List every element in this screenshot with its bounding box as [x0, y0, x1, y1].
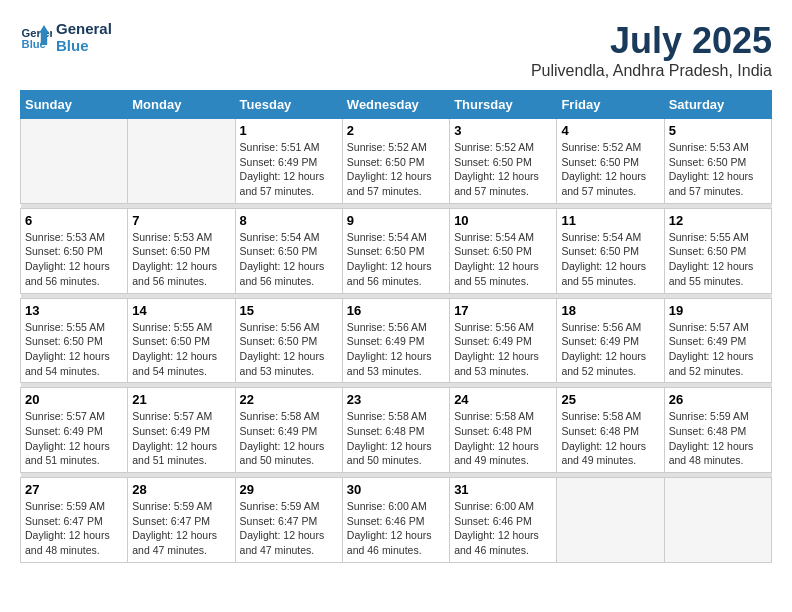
day-info: Sunrise: 5:56 AMSunset: 6:50 PMDaylight:… [240, 320, 338, 379]
calendar-day-cell: 8Sunrise: 5:54 AMSunset: 6:50 PMDaylight… [235, 208, 342, 293]
day-number: 22 [240, 392, 338, 407]
day-info: Sunrise: 5:58 AMSunset: 6:48 PMDaylight:… [454, 409, 552, 468]
day-number: 7 [132, 213, 230, 228]
calendar-day-cell: 13Sunrise: 5:55 AMSunset: 6:50 PMDayligh… [21, 298, 128, 383]
day-number: 17 [454, 303, 552, 318]
day-number: 20 [25, 392, 123, 407]
day-info: Sunrise: 5:56 AMSunset: 6:49 PMDaylight:… [561, 320, 659, 379]
calendar-day-cell: 9Sunrise: 5:54 AMSunset: 6:50 PMDaylight… [342, 208, 449, 293]
calendar-day-cell: 17Sunrise: 5:56 AMSunset: 6:49 PMDayligh… [450, 298, 557, 383]
calendar-day-cell: 15Sunrise: 5:56 AMSunset: 6:50 PMDayligh… [235, 298, 342, 383]
day-info: Sunrise: 5:52 AMSunset: 6:50 PMDaylight:… [347, 140, 445, 199]
calendar-day-cell: 11Sunrise: 5:54 AMSunset: 6:50 PMDayligh… [557, 208, 664, 293]
day-number: 25 [561, 392, 659, 407]
day-of-week-header: Sunday [21, 91, 128, 119]
day-of-week-header: Tuesday [235, 91, 342, 119]
calendar-day-cell: 29Sunrise: 5:59 AMSunset: 6:47 PMDayligh… [235, 478, 342, 563]
day-number: 31 [454, 482, 552, 497]
day-number: 10 [454, 213, 552, 228]
header: General Blue General Blue July 2025 Puli… [20, 20, 772, 80]
calendar-day-cell [664, 478, 771, 563]
day-number: 26 [669, 392, 767, 407]
day-info: Sunrise: 5:53 AMSunset: 6:50 PMDaylight:… [132, 230, 230, 289]
month-year-title: July 2025 [531, 20, 772, 62]
day-info: Sunrise: 5:52 AMSunset: 6:50 PMDaylight:… [454, 140, 552, 199]
calendar-week-row: 1Sunrise: 5:51 AMSunset: 6:49 PMDaylight… [21, 119, 772, 204]
calendar-day-cell [21, 119, 128, 204]
day-number: 30 [347, 482, 445, 497]
day-number: 1 [240, 123, 338, 138]
calendar-day-cell: 2Sunrise: 5:52 AMSunset: 6:50 PMDaylight… [342, 119, 449, 204]
day-number: 11 [561, 213, 659, 228]
day-info: Sunrise: 5:51 AMSunset: 6:49 PMDaylight:… [240, 140, 338, 199]
calendar-week-row: 13Sunrise: 5:55 AMSunset: 6:50 PMDayligh… [21, 298, 772, 383]
calendar-day-cell: 19Sunrise: 5:57 AMSunset: 6:49 PMDayligh… [664, 298, 771, 383]
day-number: 21 [132, 392, 230, 407]
day-number: 12 [669, 213, 767, 228]
day-info: Sunrise: 5:54 AMSunset: 6:50 PMDaylight:… [240, 230, 338, 289]
calendar-day-cell: 24Sunrise: 5:58 AMSunset: 6:48 PMDayligh… [450, 388, 557, 473]
logo-general: General [56, 20, 112, 37]
day-info: Sunrise: 5:53 AMSunset: 6:50 PMDaylight:… [669, 140, 767, 199]
calendar-day-cell: 23Sunrise: 5:58 AMSunset: 6:48 PMDayligh… [342, 388, 449, 473]
calendar-day-cell: 31Sunrise: 6:00 AMSunset: 6:46 PMDayligh… [450, 478, 557, 563]
calendar-day-cell: 5Sunrise: 5:53 AMSunset: 6:50 PMDaylight… [664, 119, 771, 204]
calendar-day-cell: 7Sunrise: 5:53 AMSunset: 6:50 PMDaylight… [128, 208, 235, 293]
day-info: Sunrise: 5:57 AMSunset: 6:49 PMDaylight:… [25, 409, 123, 468]
location-subtitle: Pulivendla, Andhra Pradesh, India [531, 62, 772, 80]
day-number: 4 [561, 123, 659, 138]
day-of-week-header: Saturday [664, 91, 771, 119]
day-of-week-header: Friday [557, 91, 664, 119]
day-number: 3 [454, 123, 552, 138]
calendar-day-cell: 3Sunrise: 5:52 AMSunset: 6:50 PMDaylight… [450, 119, 557, 204]
calendar-day-cell: 1Sunrise: 5:51 AMSunset: 6:49 PMDaylight… [235, 119, 342, 204]
day-number: 2 [347, 123, 445, 138]
calendar-day-cell: 16Sunrise: 5:56 AMSunset: 6:49 PMDayligh… [342, 298, 449, 383]
calendar-day-cell: 28Sunrise: 5:59 AMSunset: 6:47 PMDayligh… [128, 478, 235, 563]
calendar-day-cell [128, 119, 235, 204]
day-of-week-header: Monday [128, 91, 235, 119]
day-number: 13 [25, 303, 123, 318]
day-number: 5 [669, 123, 767, 138]
day-number: 28 [132, 482, 230, 497]
day-info: Sunrise: 5:57 AMSunset: 6:49 PMDaylight:… [132, 409, 230, 468]
day-number: 6 [25, 213, 123, 228]
day-number: 23 [347, 392, 445, 407]
day-info: Sunrise: 5:53 AMSunset: 6:50 PMDaylight:… [25, 230, 123, 289]
day-info: Sunrise: 5:59 AMSunset: 6:48 PMDaylight:… [669, 409, 767, 468]
day-info: Sunrise: 5:59 AMSunset: 6:47 PMDaylight:… [132, 499, 230, 558]
logo-blue: Blue [56, 37, 112, 54]
day-info: Sunrise: 5:55 AMSunset: 6:50 PMDaylight:… [25, 320, 123, 379]
day-number: 16 [347, 303, 445, 318]
day-info: Sunrise: 5:59 AMSunset: 6:47 PMDaylight:… [240, 499, 338, 558]
logo-icon: General Blue [20, 21, 52, 53]
calendar-day-cell: 22Sunrise: 5:58 AMSunset: 6:49 PMDayligh… [235, 388, 342, 473]
calendar-day-cell: 27Sunrise: 5:59 AMSunset: 6:47 PMDayligh… [21, 478, 128, 563]
day-info: Sunrise: 5:59 AMSunset: 6:47 PMDaylight:… [25, 499, 123, 558]
day-number: 14 [132, 303, 230, 318]
day-info: Sunrise: 5:54 AMSunset: 6:50 PMDaylight:… [347, 230, 445, 289]
day-info: Sunrise: 5:57 AMSunset: 6:49 PMDaylight:… [669, 320, 767, 379]
calendar-day-cell [557, 478, 664, 563]
calendar-week-row: 27Sunrise: 5:59 AMSunset: 6:47 PMDayligh… [21, 478, 772, 563]
svg-text:General: General [22, 27, 52, 39]
calendar-day-cell: 25Sunrise: 5:58 AMSunset: 6:48 PMDayligh… [557, 388, 664, 473]
calendar-week-row: 20Sunrise: 5:57 AMSunset: 6:49 PMDayligh… [21, 388, 772, 473]
calendar-table: SundayMondayTuesdayWednesdayThursdayFrid… [20, 90, 772, 563]
calendar-day-cell: 12Sunrise: 5:55 AMSunset: 6:50 PMDayligh… [664, 208, 771, 293]
calendar-day-cell: 6Sunrise: 5:53 AMSunset: 6:50 PMDaylight… [21, 208, 128, 293]
day-info: Sunrise: 6:00 AMSunset: 6:46 PMDaylight:… [347, 499, 445, 558]
day-number: 29 [240, 482, 338, 497]
day-number: 8 [240, 213, 338, 228]
day-number: 19 [669, 303, 767, 318]
day-info: Sunrise: 5:55 AMSunset: 6:50 PMDaylight:… [669, 230, 767, 289]
calendar-day-cell: 18Sunrise: 5:56 AMSunset: 6:49 PMDayligh… [557, 298, 664, 383]
calendar-day-cell: 26Sunrise: 5:59 AMSunset: 6:48 PMDayligh… [664, 388, 771, 473]
day-info: Sunrise: 5:58 AMSunset: 6:48 PMDaylight:… [561, 409, 659, 468]
calendar-day-cell: 4Sunrise: 5:52 AMSunset: 6:50 PMDaylight… [557, 119, 664, 204]
calendar-day-cell: 30Sunrise: 6:00 AMSunset: 6:46 PMDayligh… [342, 478, 449, 563]
day-number: 15 [240, 303, 338, 318]
day-of-week-header: Wednesday [342, 91, 449, 119]
calendar-week-row: 6Sunrise: 5:53 AMSunset: 6:50 PMDaylight… [21, 208, 772, 293]
calendar-day-cell: 21Sunrise: 5:57 AMSunset: 6:49 PMDayligh… [128, 388, 235, 473]
